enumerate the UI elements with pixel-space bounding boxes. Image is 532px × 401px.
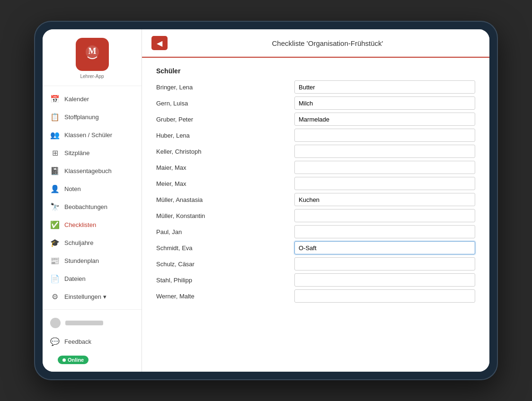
sidebar-label-checklisten: Checklisten [64, 221, 96, 228]
sitzplaene-icon: ⊞ [50, 148, 60, 157]
feedback-icon: 💬 [50, 337, 60, 346]
online-dot [62, 358, 66, 362]
sidebar-label-stoffplanung: Stoffplanung [64, 113, 99, 121]
sidebar-item-klassen[interactable]: 👥 Klassen / Schüler [43, 126, 142, 144]
student-input-11[interactable] [294, 257, 475, 270]
sidebar-item-schuljahre[interactable]: 🎓 Schuljahre [43, 234, 142, 252]
student-name: Huber, Lena [156, 132, 289, 139]
stundenplan-icon: 📰 [50, 256, 60, 265]
svg-text:M: M [88, 46, 96, 56]
student-input-5[interactable] [294, 161, 475, 174]
student-name: Schmidt, Eva [156, 244, 289, 252]
stoffplanung-icon: 📋 [50, 112, 60, 122]
student-name: Bringer, Lena [156, 84, 289, 91]
student-input-10[interactable] [294, 241, 475, 254]
student-name: Schulz, Cäsar [156, 261, 289, 268]
page-title: Checkliste 'Organisation-Frühstück' [175, 39, 480, 47]
einstellungen-icon: ⚙ [50, 292, 60, 301]
main-content: ◀ Checkliste 'Organisation-Frühstück' Sc… [142, 29, 489, 372]
logo-badge: M [76, 38, 109, 71]
student-input-0[interactable] [294, 80, 475, 94]
student-input-8[interactable] [294, 209, 475, 222]
student-name: Keller, Christoph [156, 148, 289, 155]
table-row: Gruber, Peter [156, 113, 475, 126]
sidebar-item-beobachtungen[interactable]: 🔭 Beobachtungen [43, 198, 142, 216]
sidebar-label-klassen: Klassen / Schüler [64, 131, 112, 139]
student-name: Paul, Jan [156, 228, 289, 235]
student-name: Gern, Luisa [156, 100, 289, 107]
table-row: Maier, Max [156, 161, 475, 174]
student-input-1[interactable] [294, 96, 475, 110]
table-row: Stahl, Philipp [156, 273, 475, 287]
sidebar-label-einstellungen: Einstellungen ▾ [64, 293, 106, 300]
logo-svg: M [80, 43, 104, 66]
noten-icon: 👤 [50, 184, 60, 193]
student-name: Werner, Malte [156, 293, 289, 300]
sidebar-item-dateien[interactable]: 📄 Dateien [43, 270, 142, 288]
kalender-icon: 📅 [50, 94, 60, 104]
online-badge: Online [58, 356, 89, 364]
logo-text: Lehrer-App [80, 74, 104, 79]
sidebar-label-schuljahre: Schuljahre [64, 239, 93, 246]
sidebar-item-checklisten[interactable]: ✅ Checklisten [43, 216, 142, 234]
sidebar-item-kalender[interactable]: 📅 Kalender [43, 90, 142, 108]
sidebar-nav: 📅 Kalender 📋 Stoffplanung 👥 Klassen / Sc… [43, 86, 142, 309]
student-name: Maier, Max [156, 164, 289, 171]
tablet-frame: M Lehrer-App 📅 Kalender 📋 Stoffplanung 👥… [34, 21, 498, 380]
sidebar-item-klassentagebuch[interactable]: 📓 Klassentagebuch [43, 162, 142, 180]
student-input-4[interactable] [294, 145, 475, 158]
klassen-icon: 👥 [50, 130, 60, 139]
sidebar-bottom: 💬 Feedback Online 🔒 Logout [43, 309, 142, 372]
sidebar-item-stoffplanung[interactable]: 📋 Stoffplanung [43, 108, 142, 126]
table-row: Bringer, Lena [156, 80, 475, 94]
student-input-2[interactable] [294, 113, 475, 126]
checklist-body: Schüler Bringer, LenaGern, LuisaGruber, … [142, 58, 489, 372]
student-name: Meier, Max [156, 180, 289, 187]
student-input-3[interactable] [294, 129, 475, 142]
table-row: Keller, Christoph [156, 145, 475, 158]
sidebar-item-einstellungen[interactable]: ⚙ Einstellungen ▾ [43, 288, 142, 305]
student-name: Stahl, Philipp [156, 277, 289, 284]
student-input-6[interactable] [294, 177, 475, 190]
sidebar-label-beobachtungen: Beobachtungen [64, 203, 107, 210]
back-icon: ◀ [157, 39, 162, 48]
table-row: Meier, Max [156, 177, 475, 190]
sidebar-item-sitzplaene[interactable]: ⊞ Sitzpläne [43, 144, 142, 162]
schuljahre-icon: 🎓 [50, 238, 60, 247]
sidebar-label-noten: Noten [64, 185, 81, 192]
section-label: Schüler [156, 67, 475, 75]
table-row: Müller, Konstantin [156, 209, 475, 222]
table-row: Schulz, Cäsar [156, 257, 475, 270]
sidebar-label-dateien: Dateien [64, 275, 86, 282]
student-input-12[interactable] [294, 273, 475, 287]
dateien-icon: 📄 [50, 274, 60, 283]
sidebar-item-noten[interactable]: 👤 Noten [43, 180, 142, 198]
sidebar-label-kalender: Kalender [64, 96, 89, 103]
online-label: Online [68, 357, 84, 363]
table-row: Huber, Lena [156, 129, 475, 142]
checklisten-icon: ✅ [50, 220, 60, 229]
student-name: Gruber, Peter [156, 116, 289, 123]
main-header: ◀ Checkliste 'Organisation-Frühstück' [142, 29, 489, 58]
feedback-label: Feedback [64, 338, 91, 345]
student-name: Müller, Konstantin [156, 212, 289, 219]
user-row [43, 314, 142, 332]
table-row: Werner, Malte [156, 289, 475, 303]
table-row: Müller, Anastasia [156, 193, 475, 206]
student-list: Bringer, LenaGern, LuisaGruber, PeterHub… [156, 80, 475, 303]
sidebar-label-sitzplaene: Sitzpläne [64, 149, 89, 157]
sidebar-item-online: Online [43, 350, 142, 371]
sidebar-item-logout[interactable]: 🔒 Logout [43, 371, 142, 372]
klassentagebuch-icon: 📓 [50, 166, 60, 175]
student-name: Müller, Anastasia [156, 196, 289, 203]
sidebar-label-klassentagebuch: Klassentagebuch [64, 167, 112, 174]
sidebar-item-feedback[interactable]: 💬 Feedback [43, 332, 142, 350]
student-input-9[interactable] [294, 225, 475, 238]
student-input-13[interactable] [294, 289, 475, 303]
sidebar-item-stundenplan[interactable]: 📰 Stundenplan [43, 252, 142, 270]
student-input-7[interactable] [294, 193, 475, 206]
back-button[interactable]: ◀ [151, 36, 168, 50]
beobachtungen-icon: 🔭 [50, 202, 60, 211]
table-row: Paul, Jan [156, 225, 475, 238]
sidebar: M Lehrer-App 📅 Kalender 📋 Stoffplanung 👥… [43, 29, 142, 372]
